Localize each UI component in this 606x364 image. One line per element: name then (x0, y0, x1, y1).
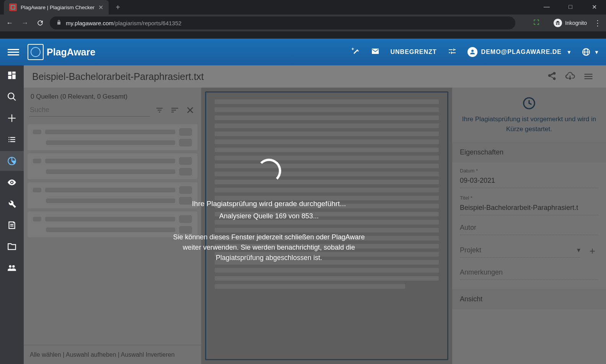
header-actions: UNBEGRENZT DEMO@PLAGAWARE.DE ▾ ▾ (351, 47, 599, 57)
rail-report[interactable] (0, 151, 24, 171)
fullscreen-icon[interactable] (533, 19, 540, 27)
author-field[interactable]: Autor (460, 222, 598, 235)
clear-icon[interactable] (184, 104, 196, 116)
tabs-row: PlagAware | Plagiarism Checker ✕ + (0, 0, 606, 15)
menu-toggle-button[interactable] (8, 46, 19, 58)
clock-icon (522, 96, 536, 110)
browser-tab[interactable]: PlagAware | Plagiarism Checker ✕ (4, 0, 109, 15)
app-header: PlagAware UNBEGRENZT DEMO@PLAGAWARE.DE ▾… (0, 39, 606, 65)
rail-folder[interactable] (0, 237, 24, 257)
globe-icon (582, 47, 591, 57)
tune-icon[interactable] (448, 47, 457, 57)
sort-icon[interactable] (169, 104, 181, 116)
file-menu-button[interactable] (579, 67, 598, 86)
sources-summary: 0 Quellen (0 Relevant, 0 Gesamt) (24, 88, 201, 102)
reload-icon (36, 19, 44, 27)
sources-list (24, 122, 201, 240)
source-item-skeleton (28, 124, 197, 150)
address-row: ← → my.plagaware.com/plagiarism/reports/… (0, 15, 606, 31)
date-label: Datum * (460, 168, 598, 174)
tab-close-icon[interactable]: ✕ (98, 4, 103, 11)
sources-panel: 0 Quellen (0 Relevant, 0 Gesamt) (24, 88, 201, 364)
chevron-down-icon: ▾ (568, 49, 571, 55)
rail-add[interactable] (0, 108, 24, 128)
rail-tools[interactable] (0, 194, 24, 214)
project-field[interactable]: Projekt▾ (460, 244, 580, 258)
source-item-skeleton (28, 211, 197, 237)
filter-icon[interactable] (154, 104, 165, 116)
language-menu[interactable]: ▾ (582, 47, 598, 57)
close-button[interactable]: ✕ (582, 0, 606, 14)
document-panel (201, 88, 452, 364)
browser-chrome: — □ ✕ PlagAware | Plagiarism Checker ✕ +… (0, 0, 606, 39)
rail-preview[interactable] (0, 172, 24, 192)
user-menu[interactable]: DEMO@PLAGAWARE.DE ▾ (468, 47, 571, 57)
right-panel: Ihre Plagiatsprüfung ist vorgemerkt und … (452, 88, 606, 364)
rail-library[interactable] (0, 215, 24, 235)
title-field[interactable]: Beispiel-Bachelorarbeit-Paraphrasiert.t (460, 202, 598, 215)
browser-menu-button[interactable]: ⋮ (594, 18, 601, 28)
logo-text: PlagAware (47, 47, 95, 58)
rail-list[interactable] (0, 130, 24, 150)
forward-button[interactable]: → (19, 17, 31, 29)
share-button[interactable] (542, 67, 561, 86)
user-email: DEMO@PLAGAWARE.DE (481, 49, 562, 55)
new-tab-button[interactable]: + (112, 1, 124, 13)
sources-search-input[interactable] (29, 104, 150, 117)
url-text: my.plagaware.com/plagiarism/reports/6413… (66, 20, 181, 26)
rail-users[interactable] (0, 258, 24, 278)
tab-favicon-icon (9, 3, 17, 11)
tab-title: PlagAware | Plagiarism Checker (21, 5, 94, 10)
minimize-button[interactable]: — (535, 0, 559, 14)
back-button[interactable]: ← (4, 17, 15, 29)
left-rail (0, 39, 24, 364)
app: PlagAware UNBEGRENZT DEMO@PLAGAWARE.DE ▾… (0, 39, 606, 364)
source-item-skeleton (28, 182, 197, 208)
sources-search-row (24, 102, 201, 122)
magic-wand-icon[interactable] (351, 47, 360, 57)
lock-icon (56, 20, 62, 27)
add-project-button[interactable]: + (586, 242, 598, 260)
rail-search[interactable] (0, 87, 24, 107)
maximize-button[interactable]: □ (559, 0, 582, 14)
sources-selection-bar[interactable]: Alle wählen | Auswahl aufheben | Auswahl… (24, 345, 201, 364)
user-avatar-icon (468, 47, 477, 57)
file-title-bar: Beispiel-Bachelorarbeit-Paraphrasiert.tx… (24, 65, 606, 88)
notes-field[interactable]: Anmerkungen (460, 267, 598, 280)
url-bar[interactable]: my.plagaware.com/plagiarism/reports/6413… (50, 16, 515, 29)
properties-panel: Eigenschaften Datum * 09-03-2021 Titel *… (452, 142, 606, 364)
main-content: Beispiel-Bachelorarbeit-Paraphrasiert.tx… (24, 39, 606, 364)
title-label: Titel * (460, 195, 598, 201)
document-page (205, 91, 448, 360)
source-item-skeleton (28, 153, 197, 179)
status-message: Ihre Plagiatsprüfung ist vorgemerkt und … (459, 114, 599, 134)
rail-dashboard[interactable] (0, 65, 24, 85)
content-columns: 0 Quellen (0 Relevant, 0 Gesamt) (24, 88, 606, 364)
dropdown-icon: ▾ (577, 246, 580, 254)
incognito-indicator[interactable]: Inkognito (554, 19, 587, 27)
quota-label: UNBEGRENZT (391, 49, 437, 55)
status-box: Ihre Plagiatsprüfung ist vorgemerkt und … (452, 88, 606, 142)
properties-heading: Eigenschaften (452, 142, 606, 162)
file-title: Beispiel-Bachelorarbeit-Paraphrasiert.tx… (32, 71, 204, 82)
view-heading: Ansicht (452, 289, 606, 309)
date-field[interactable]: 09-03-2021 (460, 175, 598, 188)
chrome-actions: Inkognito ⋮ (519, 18, 602, 28)
incognito-icon (554, 19, 562, 27)
window-controls: — □ ✕ (535, 0, 606, 14)
logo-icon (28, 44, 44, 60)
reload-button[interactable] (34, 17, 46, 29)
chevron-down-icon: ▾ (595, 49, 598, 55)
download-button[interactable] (561, 67, 579, 86)
mail-icon[interactable] (371, 47, 380, 57)
app-logo[interactable]: PlagAware (28, 44, 95, 60)
